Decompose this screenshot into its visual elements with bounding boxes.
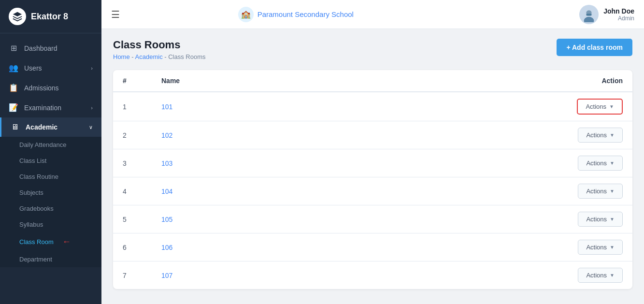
avatar [579, 5, 599, 24]
actions-label: Actions [586, 131, 607, 139]
cell-name: 106 [152, 233, 329, 261]
add-class-room-button[interactable]: + Add class room [557, 39, 632, 56]
actions-button[interactable]: Actions▼ [578, 184, 623, 199]
cell-action: Actions▼ [329, 233, 632, 261]
table-header-row: # Name Action [113, 70, 632, 92]
actions-button[interactable]: Actions▼ [577, 99, 623, 115]
breadcrumb-home[interactable]: Home [113, 53, 130, 60]
class-rooms-table: # Name Action 1101Actions▼2102Actions▼31… [113, 70, 632, 289]
submenu-label: Gradebooks [19, 205, 54, 212]
sidebar-navigation: ⊞ Dashboard 👥 Users › 📋 Admissions 📝 Exa… [0, 33, 101, 304]
actions-button[interactable]: Actions▼ [578, 212, 623, 227]
actions-label: Actions [586, 244, 607, 251]
cell-num: 7 [113, 261, 152, 290]
academic-icon: 🖥 [10, 123, 20, 131]
cell-name: 101 [152, 92, 329, 121]
dropdown-arrow-icon: ▼ [609, 104, 614, 109]
school-name: Paramount Secondary School [258, 10, 354, 18]
chevron-right-icon: › [91, 105, 93, 111]
cell-num: 2 [113, 121, 152, 149]
page-title-section: Class Rooms Home - Academic - Class Room… [113, 39, 206, 60]
user-name: John Doe [603, 7, 634, 15]
table-row: 2102Actions▼ [113, 121, 632, 149]
sidebar-item-daily-attendance[interactable]: Daily Attendance [0, 137, 101, 153]
class-rooms-table-card: # Name Action 1101Actions▼2102Actions▼31… [113, 70, 632, 289]
class-room-link[interactable]: 102 [161, 131, 172, 139]
sidebar-item-label: Academic [26, 123, 57, 131]
actions-label: Actions [586, 103, 606, 110]
actions-label: Actions [586, 188, 607, 195]
sidebar-item-label: Users [24, 64, 42, 72]
actions-button[interactable]: Actions▼ [578, 156, 623, 171]
cell-num: 5 [113, 205, 152, 233]
submenu-label: Class Routine [19, 173, 58, 180]
actions-button[interactable]: Actions▼ [578, 240, 623, 255]
sidebar-item-users[interactable]: 👥 Users › [0, 58, 101, 78]
actions-button[interactable]: Actions▼ [578, 268, 623, 283]
col-header-action: Action [329, 70, 632, 92]
cell-num: 1 [113, 92, 152, 121]
table-row: 5105Actions▼ [113, 205, 632, 233]
active-arrow-icon: ← [62, 237, 71, 247]
sidebar-item-subjects[interactable]: Subjects [0, 185, 101, 201]
col-header-num: # [113, 70, 152, 92]
school-info: 🏫 Paramount Secondary School [238, 7, 354, 22]
cell-name: 107 [152, 261, 329, 290]
sidebar-item-syllabus[interactable]: Syllabus [0, 217, 101, 232]
user-role: Admin [603, 15, 634, 22]
class-room-link[interactable]: 106 [161, 244, 172, 251]
main-content: ☰ 🏫 Paramount Secondary School John Doe … [101, 0, 644, 304]
breadcrumb-academic[interactable]: Academic [135, 53, 163, 60]
cell-action: Actions▼ [329, 149, 632, 177]
actions-label: Actions [586, 216, 607, 223]
submenu-label: Daily Attendance [19, 141, 67, 148]
class-room-link[interactable]: 105 [161, 216, 172, 223]
cell-action: Actions▼ [329, 121, 632, 149]
breadcrumb: Home - Academic - Class Rooms [113, 53, 206, 60]
sidebar-item-gradebooks[interactable]: Gradebooks [0, 201, 101, 217]
sidebar-item-label: Admissions [24, 84, 59, 92]
dropdown-arrow-icon: ▼ [610, 273, 615, 278]
cell-num: 4 [113, 177, 152, 205]
sidebar-logo[interactable]: Ekattor 8 [0, 0, 101, 33]
dashboard-icon: ⊞ [9, 43, 18, 53]
logo-icon [9, 8, 26, 25]
cell-action: Actions▼ [329, 261, 632, 290]
sidebar-item-class-list[interactable]: Class List [0, 153, 101, 169]
class-room-link[interactable]: 103 [161, 159, 172, 167]
submenu-label: Subjects [19, 189, 43, 196]
user-info: John Doe Admin [603, 7, 634, 22]
menu-toggle-icon[interactable]: ☰ [111, 9, 120, 20]
actions-button[interactable]: Actions▼ [578, 128, 623, 143]
table-row: 1101Actions▼ [113, 92, 632, 121]
dropdown-arrow-icon: ▼ [610, 132, 615, 138]
dropdown-arrow-icon: ▼ [610, 160, 615, 166]
sidebar-item-academic[interactable]: 🖥 Academic ∨ [0, 117, 101, 137]
cell-name: 105 [152, 205, 329, 233]
sidebar-item-admissions[interactable]: 📋 Admissions [0, 78, 101, 98]
admissions-icon: 📋 [9, 83, 18, 92]
topbar: ☰ 🏫 Paramount Secondary School John Doe … [101, 0, 644, 29]
chevron-right-icon: › [91, 65, 93, 71]
submenu-label: Syllabus [19, 221, 43, 228]
sidebar-item-dashboard[interactable]: ⊞ Dashboard [0, 38, 101, 58]
svg-rect-3 [587, 14, 592, 15]
sidebar-item-department[interactable]: Department [0, 251, 101, 267]
sidebar-item-class-room[interactable]: Class Room ← [0, 232, 101, 251]
page-header: Class Rooms Home - Academic - Class Room… [113, 39, 632, 60]
academic-submenu: Daily Attendance Class List Class Routin… [0, 137, 101, 267]
breadcrumb-current: Class Rooms [168, 53, 205, 60]
sidebar-item-examination[interactable]: 📝 Examination › [0, 98, 101, 117]
dropdown-arrow-icon: ▼ [610, 188, 615, 194]
table-row: 6106Actions▼ [113, 233, 632, 261]
cell-action: Actions▼ [329, 92, 632, 121]
user-profile[interactable]: John Doe Admin [579, 5, 634, 24]
actions-label: Actions [586, 159, 607, 167]
class-room-link[interactable]: 104 [161, 188, 172, 195]
users-icon: 👥 [9, 63, 18, 72]
sidebar-item-class-routine[interactable]: Class Routine [0, 169, 101, 185]
class-room-link[interactable]: 101 [161, 103, 172, 111]
sidebar-item-label: Dashboard [24, 44, 57, 52]
class-room-link[interactable]: 107 [161, 272, 172, 279]
content-area: Class Rooms Home - Academic - Class Room… [101, 29, 644, 304]
